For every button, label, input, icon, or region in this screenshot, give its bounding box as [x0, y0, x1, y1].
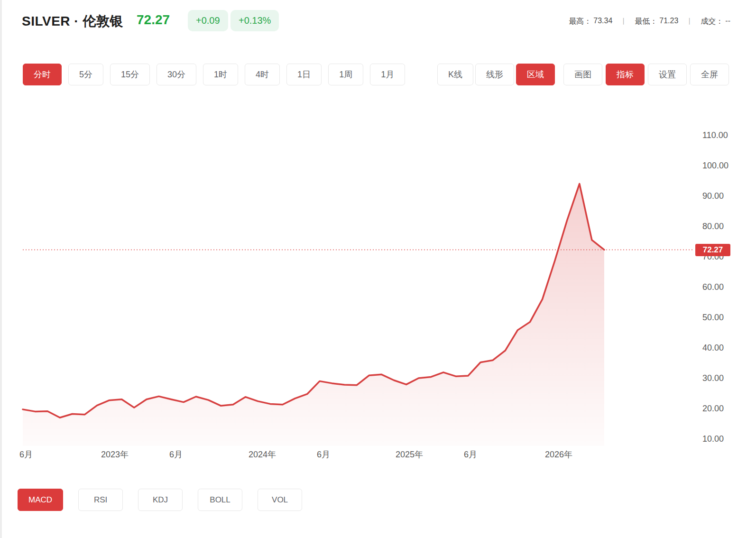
- y-axis-tick-label: 30.00: [702, 373, 724, 383]
- timeframe-1day-button[interactable]: 1日: [286, 64, 322, 85]
- x-axis-tick-label: 6月: [169, 450, 183, 459]
- stat-label: 最高：: [569, 17, 591, 27]
- indicator-vol-button[interactable]: VOL: [258, 489, 302, 511]
- timeframe-minute-button[interactable]: 分时: [23, 64, 62, 85]
- symbol-title: SILVER · 伦敦银: [22, 12, 123, 30]
- chart-tools-button-group: 画图指标设置全屏: [563, 64, 729, 85]
- stats-separator: 丨: [686, 17, 693, 26]
- y-axis-tick-label: 10.00: [702, 434, 724, 444]
- stat-1: 最低：71.23: [635, 17, 678, 27]
- y-axis-tick-label: 50.00: [702, 313, 724, 322]
- timeframe-30min-button[interactable]: 30分: [157, 64, 196, 85]
- timeframe-5min-button[interactable]: 5分: [68, 64, 103, 85]
- tool-indicator-button[interactable]: 指标: [606, 64, 645, 85]
- timeframe-1hour-button[interactable]: 1时: [203, 64, 238, 85]
- tool-settings-button[interactable]: 设置: [648, 64, 687, 85]
- session-stats: 最高：73.34丨最低：71.23丨成交：--: [569, 17, 730, 27]
- stats-separator: 丨: [620, 17, 627, 26]
- stat-2: 成交：--: [701, 17, 730, 27]
- tool-draw-button[interactable]: 画图: [563, 64, 602, 85]
- x-axis-tick-label: 2023年: [101, 450, 129, 459]
- y-axis-tick-label: 60.00: [702, 282, 724, 292]
- y-axis-tick-label: 90.00: [702, 191, 724, 201]
- indicator-button-group: MACDRSIKDJBOLLVOL: [18, 489, 302, 511]
- charttype-line-button[interactable]: 线形: [475, 64, 514, 85]
- x-axis-tick-label: 6月: [317, 450, 330, 459]
- stat-value: --: [725, 17, 730, 27]
- timeframe-1week-button[interactable]: 1周: [328, 64, 363, 85]
- y-axis-tick-label: 110.00: [702, 130, 728, 140]
- indicator-macd-button[interactable]: MACD: [18, 489, 63, 511]
- timeframe-1month-button[interactable]: 1月: [370, 64, 405, 85]
- timeframe-button-group: 分时5分15分30分1时4时1日1周1月: [23, 64, 405, 85]
- chart-type-button-group: K线线形区域: [437, 64, 555, 85]
- tool-fullscreen-button[interactable]: 全屏: [690, 64, 729, 85]
- x-axis-tick-label: 2025年: [396, 450, 423, 459]
- price-change-badge: +0.09: [188, 10, 228, 31]
- x-axis-tick-label: 2026年: [545, 450, 572, 459]
- y-axis-tick-label: 20.00: [702, 404, 724, 413]
- charttype-candlestick-button[interactable]: K线: [437, 64, 473, 85]
- indicator-kdj-button[interactable]: KDJ: [138, 489, 183, 511]
- area-fill: [23, 184, 604, 446]
- y-axis-tick-label: 80.00: [702, 222, 724, 231]
- stat-label: 最低：: [635, 17, 657, 27]
- indicator-rsi-button[interactable]: RSI: [78, 489, 123, 511]
- timeframe-15min-button[interactable]: 15分: [110, 64, 150, 85]
- price-change-percent-badge: +0.13%: [230, 10, 279, 31]
- charttype-area-button[interactable]: 区域: [516, 64, 555, 85]
- stat-0: 最高：73.34: [569, 17, 612, 27]
- y-axis-tick-label: 100.00: [702, 161, 728, 170]
- indicator-boll-button[interactable]: BOLL: [198, 489, 242, 511]
- y-axis-tick-label: 40.00: [702, 343, 724, 352]
- stat-value: 73.34: [593, 17, 612, 27]
- timeframe-4hour-button[interactable]: 4时: [245, 64, 280, 85]
- stat-label: 成交：: [701, 17, 723, 27]
- x-axis-tick-label: 2024年: [249, 450, 276, 459]
- current-price: 72.27: [137, 12, 170, 28]
- stat-value: 71.23: [659, 17, 678, 27]
- x-axis-tick-label: 6月: [19, 450, 33, 459]
- current-price-axis-tag: 72.27: [695, 244, 730, 256]
- x-axis-tick-label: 6月: [464, 450, 477, 459]
